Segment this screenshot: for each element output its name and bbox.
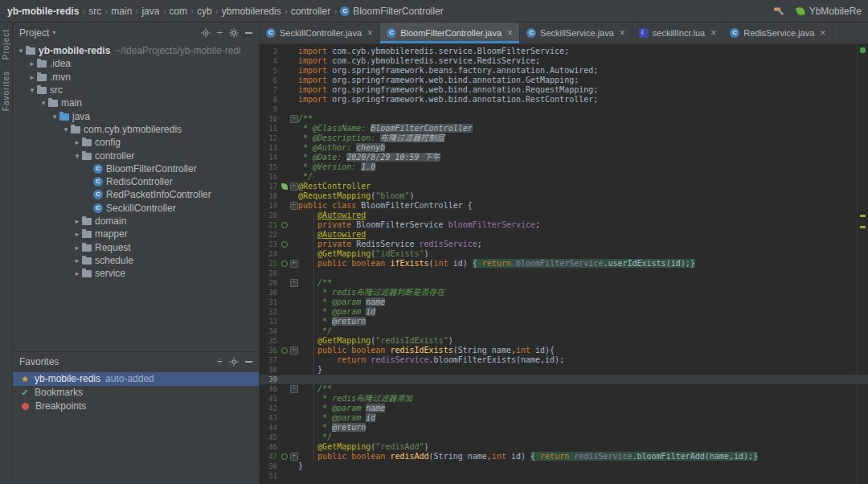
tree-item[interactable]: ▸schedule [13, 254, 259, 267]
breadcrumb-item[interactable]: cyb [194, 6, 215, 17]
warning-mark[interactable] [860, 215, 866, 217]
fold-marker-icon[interactable]: − [289, 346, 298, 355]
fold-marker-icon[interactable]: + [289, 452, 298, 461]
gear-icon[interactable] [229, 357, 239, 367]
tree-item[interactable]: ▸.idea [13, 57, 259, 70]
close-icon[interactable]: × [710, 27, 716, 39]
bean-gutter-icon[interactable] [280, 452, 289, 461]
expand-arrow-icon[interactable]: ▾ [39, 99, 48, 107]
expand-arrow-icon[interactable]: ▸ [72, 269, 82, 277]
locate-file-icon[interactable] [201, 28, 211, 38]
editor-tab[interactable]: CSeckillController.java× [260, 23, 380, 43]
gear-icon[interactable] [229, 28, 239, 38]
fold-marker-icon[interactable]: + [289, 259, 298, 269]
fold-spacer [289, 375, 298, 384]
gutter-spacer [280, 172, 289, 182]
collapse-all-icon[interactable]: ÷ [217, 28, 223, 38]
breadcrumb-label: controller [291, 6, 330, 17]
expand-arrow-icon[interactable]: ▸ [72, 217, 82, 225]
editor-tab[interactable]: ☾seckillIncr.lua× [633, 23, 723, 43]
breadcrumb-item[interactable]: src [86, 6, 104, 17]
tree-item[interactable]: ▸Request [13, 240, 259, 253]
tree-item[interactable]: ▸mapper [13, 228, 259, 240]
tree-item[interactable]: ▾com.cyb.ybmobileredis [13, 123, 259, 136]
editor-tab[interactable]: CRedisService.java× [723, 23, 833, 43]
code-line: 10−/** [260, 114, 868, 124]
project-panel-title[interactable]: Project ▾ [19, 27, 55, 39]
breadcrumb-item[interactable]: ybmobileredis [219, 6, 284, 17]
tree-item[interactable]: CBloomFilterController [13, 162, 259, 175]
error-stripe-scrollbar[interactable] [857, 44, 868, 484]
expand-arrow-icon[interactable]: ▸ [72, 230, 82, 238]
breadcrumb: yb-mobile-redis›src›main›java›com›cyb›yb… [5, 6, 446, 17]
code-token: @Autowired [317, 230, 366, 239]
expand-arrow-icon[interactable]: ▾ [16, 47, 26, 55]
build-hammer-icon[interactable] [772, 6, 784, 17]
expand-arrow-icon[interactable]: ▸ [27, 73, 37, 81]
code-editor[interactable]: 3import com.cyb.ybmobileredis.service.Bl… [260, 44, 868, 484]
fold-marker-icon[interactable]: − [289, 201, 298, 211]
code-text: import com.cyb.ybmobileredis.service.Blo… [298, 47, 569, 56]
expand-arrow-icon[interactable]: ▾ [61, 125, 71, 133]
tree-item[interactable]: ▸.mvn [13, 71, 259, 84]
tree-item[interactable]: ▾yb-mobile-redis~/IdeaProjects/yb-mobile… [13, 44, 259, 57]
tree-item[interactable]: ▸service [13, 267, 259, 280]
breadcrumb-item[interactable]: controller [289, 6, 333, 17]
fold-marker-icon[interactable]: − [289, 278, 298, 288]
favorites-panel-title[interactable]: Favorites [19, 356, 59, 367]
tree-item[interactable]: ▸domain [13, 215, 259, 228]
tree-item[interactable]: CRedisController [13, 175, 259, 188]
expand-arrow-icon[interactable]: ▾ [27, 86, 37, 94]
hide-panel-icon[interactable] [245, 361, 252, 363]
code-token: /** [298, 278, 332, 287]
fold-spacer [289, 336, 298, 346]
bean-gutter-icon[interactable] [280, 346, 289, 355]
warning-mark[interactable] [860, 226, 866, 228]
close-icon[interactable]: × [507, 27, 513, 39]
leaf-gutter-icon[interactable] [280, 182, 289, 191]
expand-arrow-icon[interactable]: ▸ [27, 59, 37, 68]
class-icon: C [93, 203, 103, 213]
collapse-all-icon[interactable]: ÷ [217, 357, 223, 367]
code-text: } [298, 365, 322, 375]
expand-arrow-icon[interactable]: ▸ [72, 138, 82, 146]
bean-gutter-icon[interactable] [280, 240, 289, 249]
bean-gutter-icon[interactable] [280, 259, 289, 269]
favorites-item[interactable]: ★yb-mobile-redisauto-added [13, 372, 259, 386]
class-icon: C [387, 28, 396, 38]
run-config-selector[interactable]: YbMobileRe [796, 6, 862, 17]
tool-window-button-project[interactable]: Project [2, 29, 10, 59]
bean-gutter-icon[interactable] [280, 220, 289, 230]
editor-tab[interactable]: CBloomFilterController.java× [380, 23, 520, 43]
close-icon[interactable]: × [367, 27, 373, 39]
code-line: 35 @GetMapping("redisIdExists") [260, 336, 868, 346]
breadcrumb-item[interactable]: java [139, 6, 162, 17]
fold-marker-icon[interactable]: − [289, 114, 298, 124]
favorites-item[interactable]: Breakpoints [13, 400, 259, 413]
expand-arrow-icon[interactable]: ▾ [50, 113, 59, 121]
favorites-item[interactable]: ✓Bookmarks [13, 386, 259, 400]
fold-marker-icon[interactable]: − [289, 182, 298, 191]
tree-item[interactable]: ▾src [13, 84, 259, 96]
expand-arrow-icon[interactable]: ▸ [72, 244, 82, 252]
code-line: 40− /** [260, 384, 868, 394]
tree-item[interactable]: ▾controller [13, 149, 259, 162]
breadcrumb-item[interactable]: main [108, 6, 134, 17]
breadcrumb-item[interactable]: CBloomFilterController [338, 6, 446, 17]
breadcrumb-item[interactable]: yb-mobile-redis [5, 6, 81, 17]
tree-item[interactable]: ▸config [13, 136, 259, 149]
inspections-status-indicator[interactable] [860, 47, 866, 53]
tool-window-button-favorites[interactable]: Favorites [2, 71, 10, 111]
close-icon[interactable]: × [620, 27, 625, 39]
tree-item[interactable]: ▾java [13, 109, 259, 122]
hide-panel-icon[interactable] [245, 32, 252, 34]
close-icon[interactable]: × [820, 27, 825, 39]
tree-item[interactable]: ▾main [13, 96, 259, 109]
tree-item[interactable]: CSeckillController [13, 202, 259, 215]
breadcrumb-item[interactable]: com [166, 6, 190, 17]
editor-tab[interactable]: CSeckillService.java× [520, 23, 633, 43]
expand-arrow-icon[interactable]: ▾ [72, 152, 82, 160]
expand-arrow-icon[interactable]: ▸ [72, 256, 82, 265]
fold-marker-icon[interactable]: − [289, 384, 298, 394]
tree-item[interactable]: CRedPacketInfoController [13, 188, 259, 201]
